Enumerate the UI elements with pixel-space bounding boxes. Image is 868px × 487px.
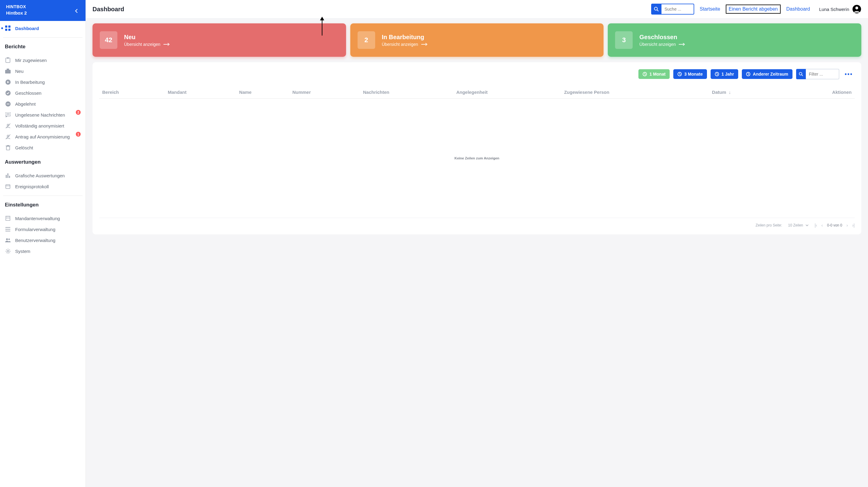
svg-line-56	[802, 75, 803, 76]
sidebar-label-dashboard: Dashboard	[15, 26, 81, 31]
divider	[3, 37, 83, 38]
card-closed-link[interactable]: Übersicht anzeigen	[639, 42, 685, 47]
nav-group-settings: Mandantenverwaltung Formularverwaltung B…	[0, 211, 86, 258]
svg-rect-4	[6, 58, 10, 62]
filter-search-button[interactable]	[796, 69, 806, 79]
sidebar-collapse-button[interactable]	[72, 7, 81, 15]
btn-label: Anderer Zeitraum	[753, 71, 788, 77]
sidebar-item-unread[interactable]: Ungelesene Nachrichten 2	[0, 109, 86, 120]
sidebar-item-closed[interactable]: Geschlossen	[0, 87, 86, 98]
col-assignee[interactable]: Zugewiesene Person	[561, 86, 709, 99]
range-1-year-button[interactable]: 1 Jahr	[711, 69, 738, 79]
avatar-icon	[852, 5, 861, 14]
search-input[interactable]	[661, 4, 694, 15]
sidebar-item-anon[interactable]: Vollständig anonymisiert	[0, 120, 86, 131]
chevron-down-icon	[806, 224, 809, 226]
sidebar-item-assigned[interactable]: Mir zugewiesen	[0, 55, 86, 65]
svg-rect-21	[7, 145, 9, 146]
card-closed-title: Geschlossen	[639, 34, 685, 41]
card-new-link[interactable]: Übersicht anzeigen	[124, 42, 169, 47]
btn-label: 1 Monat	[649, 71, 665, 77]
badge-unread: 2	[76, 110, 81, 115]
range-1-month-button[interactable]: 1 Monat	[639, 69, 670, 79]
search-button[interactable]	[651, 4, 661, 15]
page-prev-button[interactable]: ‹	[821, 223, 823, 228]
sidebar-item-users[interactable]: Benutzerverwaltung	[0, 235, 86, 246]
col-date[interactable]: Datum ↓	[709, 86, 781, 99]
clock-icon	[715, 72, 719, 76]
col-number[interactable]: Nummer	[289, 86, 360, 99]
nav-heading-eval: Auswertungen	[0, 155, 86, 168]
rows-per-page-select[interactable]: 10 Zeilen	[788, 223, 809, 227]
clock-icon	[678, 72, 682, 76]
sidebar-item-deleted[interactable]: Gelöscht	[0, 142, 86, 153]
link-home[interactable]: Startseite	[700, 6, 720, 12]
col-messages[interactable]: Nachrichten	[360, 86, 453, 99]
sidebar-item-label: Abgelehnt	[15, 102, 81, 107]
sidebar-item-label: Mandantenverwaltung	[15, 216, 81, 221]
svg-rect-33	[9, 218, 9, 219]
card-processing-link[interactable]: Übersicht anzeigen	[382, 42, 427, 47]
sidebar-item-tenants[interactable]: Mandantenverwaltung	[0, 213, 86, 224]
card-new-title: Neu	[124, 34, 169, 41]
chevron-left-icon	[75, 9, 78, 13]
sidebar-item-label: Gelöscht	[15, 145, 81, 150]
svg-rect-0	[5, 26, 7, 28]
more-menu-button[interactable]: •••	[843, 69, 855, 79]
page-title: Dashboard	[93, 6, 124, 13]
sidebar-item-charts[interactable]: Grafische Auswertungen	[0, 170, 86, 181]
reports-table: Bereich Mandant Name Nummer Nachrichten …	[99, 86, 855, 218]
col-name[interactable]: Name	[236, 86, 289, 99]
sidebar-item-dashboard[interactable]: Dashboard	[0, 23, 86, 34]
empty-row: Keine Zeilen zum Anzeigen	[99, 99, 855, 218]
user-block[interactable]: Luna Schwerin	[819, 5, 861, 14]
col-area[interactable]: Bereich	[99, 86, 165, 99]
btn-label: 1 Jahr	[721, 71, 734, 77]
arrow-right-icon	[679, 43, 685, 46]
svg-point-55	[799, 72, 802, 75]
link-submit-report[interactable]: Einen Bericht abgeben	[726, 5, 781, 14]
sidebar-item-system[interactable]: System	[0, 246, 86, 257]
svg-point-46	[855, 7, 858, 9]
card-new[interactable]: 42 Neu Übersicht anzeigen	[93, 23, 346, 57]
sidebar-item-forms[interactable]: Formularverwaltung	[0, 224, 86, 235]
list-icon	[5, 226, 11, 232]
sidebar-item-anon-request[interactable]: Antrag auf Anonymisierung 1	[0, 131, 86, 142]
svg-point-42	[7, 250, 9, 252]
card-new-count: 42	[100, 31, 117, 49]
range-other-button[interactable]: Anderer Zeitraum	[742, 69, 793, 79]
users-icon	[5, 237, 11, 243]
filter-box	[796, 69, 839, 79]
page-first-button[interactable]: |‹	[815, 223, 817, 228]
rows-per-page-value: 10 Zeilen	[788, 223, 803, 227]
badge-anon-request: 1	[76, 132, 81, 137]
card-closed[interactable]: 3 Geschlossen Übersicht anzeigen	[608, 23, 861, 57]
sidebar-item-processing[interactable]: In Bearbeitung	[0, 77, 86, 87]
range-3-month-button[interactable]: 3 Monate	[673, 69, 707, 79]
topbar: Dashboard Startseite Einen Bericht abgeb…	[86, 0, 868, 19]
page-next-button[interactable]: ›	[846, 223, 848, 228]
card-link-label: Übersicht anzeigen	[124, 42, 160, 47]
sidebar-item-label: Mir zugewiesen	[15, 58, 81, 63]
sidebar-item-label: Ungelesene Nachrichten	[15, 112, 73, 117]
col-matter[interactable]: Angelegenheit	[453, 86, 561, 99]
rows-per-page-label: Zeilen pro Seite:	[755, 223, 782, 227]
sidebar-header: HINTBOX Hintbox 2	[0, 0, 86, 21]
col-actions[interactable]: Aktionen	[781, 86, 855, 99]
sidebar-item-label: Antrag auf Anonymisierung	[15, 134, 73, 139]
card-processing[interactable]: 2 In Bearbeitung Übersicht anzeigen	[350, 23, 604, 57]
sidebar-item-label: In Bearbeitung	[15, 80, 81, 85]
panel-toolbar: 1 Monat 3 Monate 1 Jahr Anderer Zeitraum	[99, 69, 855, 79]
link-dashboard[interactable]: Dashboard	[786, 6, 810, 12]
sidebar-item-rejected[interactable]: Abgelehnt	[0, 98, 86, 109]
filter-input[interactable]	[806, 69, 839, 79]
sidebar-item-log[interactable]: Ereignisprotokoll	[0, 181, 86, 192]
svg-rect-22	[6, 175, 7, 178]
col-tenant[interactable]: Mandant	[165, 86, 236, 99]
page-last-button[interactable]: ›|	[852, 223, 855, 228]
building-icon	[5, 215, 11, 221]
sidebar-item-new[interactable]: Neu	[0, 65, 86, 77]
dashboard-icon	[5, 25, 11, 31]
nav-group-eval: Grafische Auswertungen Ereignisprotokoll	[0, 168, 86, 194]
svg-rect-32	[8, 218, 8, 219]
